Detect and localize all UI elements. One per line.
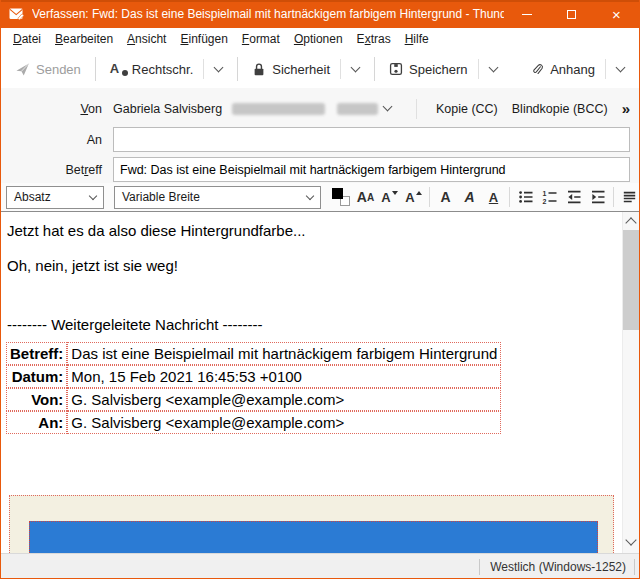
table-row: Betreff: Das ist eine Beispielmail mit h… bbox=[6, 342, 501, 365]
forward-divider: -------- Weitergeleitete Nachricht -----… bbox=[7, 316, 622, 333]
attach-dropdown[interactable] bbox=[611, 64, 630, 75]
chevron-down-icon bbox=[383, 102, 393, 112]
header-label: An: bbox=[6, 411, 67, 434]
menu-einfuegen[interactable]: Einfügen bbox=[173, 30, 234, 48]
paperclip-icon bbox=[531, 62, 544, 77]
toolbar-separator bbox=[340, 59, 341, 79]
attach-button[interactable]: Anhang bbox=[526, 58, 600, 81]
table-row: Von: G. Salvisberg <example@example.com> bbox=[6, 388, 501, 411]
spellcheck-button[interactable]: A Rechtschr. bbox=[105, 57, 198, 81]
menu-ansicht[interactable]: Ansicht bbox=[120, 30, 173, 48]
menu-bearbeiten[interactable]: Bearbeiten bbox=[48, 30, 120, 48]
outdent-button[interactable] bbox=[562, 186, 585, 209]
save-icon bbox=[389, 62, 403, 76]
more-addressing-button[interactable]: » bbox=[622, 100, 630, 117]
subject-label: Betreff bbox=[1, 163, 113, 177]
compose-window-icon bbox=[9, 8, 25, 21]
minimize-icon bbox=[522, 14, 532, 15]
forwarded-content-box bbox=[9, 495, 614, 553]
separator bbox=[416, 99, 417, 119]
minimize-button[interactable] bbox=[504, 1, 549, 27]
text-color-picker[interactable] bbox=[332, 188, 350, 206]
security-button[interactable]: Sicherheit bbox=[247, 58, 335, 81]
numbered-list-icon: 12 bbox=[542, 189, 558, 205]
maximize-button[interactable] bbox=[549, 1, 594, 27]
bold-button[interactable]: A bbox=[434, 186, 457, 209]
from-label: Von bbox=[1, 102, 113, 116]
toolbar-separator bbox=[374, 57, 375, 81]
status-separator bbox=[479, 559, 480, 575]
svg-text:2: 2 bbox=[542, 198, 546, 205]
align-icon bbox=[622, 190, 637, 204]
compose-toolbar: Senden A Rechtschr. Sicherheit Speichern… bbox=[1, 50, 639, 88]
compose-window: Verfassen: Fwd: Das ist eine Beispielmai… bbox=[0, 0, 640, 579]
save-button[interactable]: Speichern bbox=[384, 58, 473, 81]
menu-format[interactable]: Format bbox=[235, 30, 287, 48]
body-paragraph: Jetzt hat es da also diese Hintergrundfa… bbox=[7, 212, 622, 239]
message-body-area: Jetzt hat es da also diese Hintergrundfa… bbox=[1, 212, 639, 553]
from-identity[interactable]: Gabriela Salvisberg bbox=[113, 102, 222, 116]
close-icon: × bbox=[612, 7, 621, 22]
to-input[interactable] bbox=[113, 127, 630, 152]
send-icon bbox=[15, 62, 30, 77]
toolbar-separator bbox=[203, 59, 204, 79]
message-editor[interactable]: Jetzt hat es da also diese Hintergrundfa… bbox=[1, 212, 622, 553]
encoding-indicator: Westlich (Windows-1252) bbox=[490, 560, 626, 574]
from-row: Von Gabriela Salvisberg Kopie (CC) Blind… bbox=[1, 95, 630, 122]
menu-optionen[interactable]: Optionen bbox=[287, 30, 350, 48]
window-title: Verfassen: Fwd: Das ist eine Beispielmai… bbox=[32, 7, 504, 21]
italic-button[interactable]: A bbox=[458, 186, 481, 209]
scroll-down-icon[interactable] bbox=[625, 534, 636, 545]
header-value: Das ist eine Beispielmail mit hartnäckig… bbox=[67, 342, 501, 365]
spellcheck-dropdown[interactable] bbox=[209, 64, 228, 75]
scrollbar-thumb[interactable] bbox=[623, 230, 639, 330]
toolbar-separator bbox=[478, 59, 479, 79]
menu-datei[interactable]: Datei bbox=[6, 30, 48, 48]
subject-input[interactable] bbox=[113, 157, 630, 182]
bullet-list-icon bbox=[518, 189, 534, 205]
to-row: An bbox=[1, 127, 630, 152]
maximize-icon bbox=[567, 10, 576, 19]
close-button[interactable]: × bbox=[594, 1, 639, 27]
underline-button[interactable]: A bbox=[482, 186, 505, 209]
numbered-list-button[interactable]: 12 bbox=[538, 186, 561, 209]
save-dropdown[interactable] bbox=[484, 64, 503, 75]
triangle-down-icon bbox=[392, 191, 398, 195]
indent-button[interactable] bbox=[586, 186, 609, 209]
titlebar: Verfassen: Fwd: Das ist eine Beispielmai… bbox=[1, 0, 639, 28]
vertical-scrollbar[interactable] bbox=[622, 212, 639, 553]
chevron-down-icon bbox=[351, 62, 361, 72]
menu-hilfe[interactable]: Hilfe bbox=[398, 30, 436, 48]
cc-button[interactable]: Kopie (CC) bbox=[436, 102, 498, 116]
bcc-button[interactable]: Blindkopie (BCC) bbox=[512, 102, 608, 116]
bullet-list-button[interactable] bbox=[514, 186, 537, 209]
toolbar-separator bbox=[237, 57, 238, 81]
statusbar: Westlich (Windows-1252) bbox=[1, 553, 639, 579]
indent-icon bbox=[590, 189, 606, 205]
chevron-down-icon bbox=[616, 62, 626, 72]
subject-row: Betreff bbox=[1, 157, 630, 182]
decrease-font-size-button[interactable]: A bbox=[378, 186, 401, 209]
header-value: G. Salvisberg <example@example.com> bbox=[67, 411, 501, 434]
table-row: Datum: Mon, 15 Feb 2021 16:45:53 +0100 bbox=[6, 365, 501, 388]
increase-font-size-button[interactable]: A bbox=[402, 186, 425, 209]
align-button[interactable] bbox=[618, 186, 640, 209]
lock-icon bbox=[252, 62, 266, 77]
scroll-up-icon[interactable] bbox=[625, 217, 636, 228]
forwarded-headers-table: Betreff: Das ist eine Beispielmail mit h… bbox=[6, 342, 501, 434]
spellcheck-icon: A bbox=[110, 61, 126, 77]
paragraph-format-select[interactable]: Absatz bbox=[6, 186, 104, 209]
header-value: Mon, 15 Feb 2021 16:45:53 +0100 bbox=[67, 365, 501, 388]
security-dropdown[interactable] bbox=[346, 64, 365, 75]
redacted-email bbox=[232, 103, 325, 115]
from-dropdown[interactable] bbox=[378, 103, 397, 114]
status-separator bbox=[634, 559, 635, 575]
to-label: An bbox=[1, 133, 113, 147]
send-button[interactable]: Senden bbox=[10, 58, 86, 81]
font-select[interactable]: Variable Breite bbox=[114, 186, 321, 209]
font-size-icon[interactable]: AA bbox=[354, 186, 377, 209]
header-value: G. Salvisberg <example@example.com> bbox=[67, 388, 501, 411]
menu-extras[interactable]: Extras bbox=[350, 30, 398, 48]
format-separator bbox=[509, 187, 510, 207]
outdent-icon bbox=[566, 189, 582, 205]
